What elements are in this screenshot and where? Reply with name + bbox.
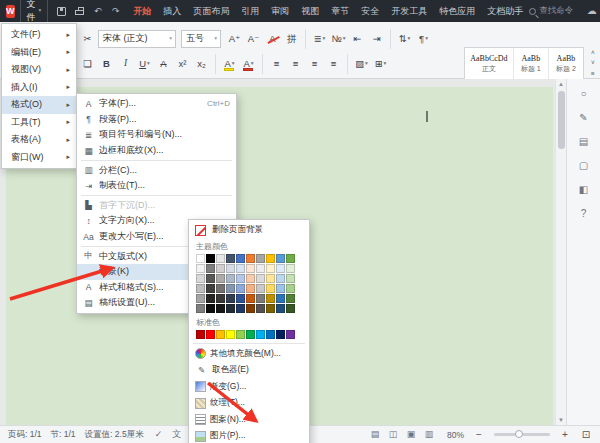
color-swatch[interactable] xyxy=(276,294,285,303)
color-swatch[interactable] xyxy=(206,294,215,303)
background-menu-item-pattern[interactable]: 图案(N)... xyxy=(189,412,309,429)
increase-indent-icon[interactable]: ⇥ xyxy=(368,30,385,48)
color-swatch[interactable] xyxy=(236,284,245,293)
tab-special-apps[interactable]: 特色应用 xyxy=(433,0,481,22)
bullets-icon[interactable]: ≣▾ xyxy=(311,30,328,48)
wps-logo[interactable]: W xyxy=(6,5,15,18)
color-swatch[interactable] xyxy=(226,330,235,339)
color-swatch[interactable] xyxy=(206,254,215,263)
highlight-color-button[interactable]: A▾ xyxy=(221,55,238,73)
color-swatch[interactable] xyxy=(286,264,295,273)
tab-security[interactable]: 安全 xyxy=(355,0,385,22)
align-left-button[interactable]: ≡ xyxy=(268,55,285,73)
tab-developer[interactable]: 开发工具 xyxy=(385,0,433,22)
color-swatch[interactable] xyxy=(276,274,285,283)
align-right-button[interactable]: ≡ xyxy=(306,55,323,73)
file-menu-item-file[interactable]: 文件(F)▸ xyxy=(2,26,76,44)
web-view-icon[interactable]: ▥ xyxy=(423,428,435,442)
color-swatch[interactable] xyxy=(206,284,215,293)
color-swatch[interactable] xyxy=(236,294,245,303)
cut-icon[interactable]: ✂ xyxy=(79,30,96,48)
shapes-pane-icon[interactable]: ▢ xyxy=(575,159,592,172)
style-card-heading-1[interactable]: AaBb 标题 1 xyxy=(514,48,549,79)
save-icon[interactable] xyxy=(56,5,67,17)
file-menu-item-view[interactable]: 视图(V)▸ xyxy=(2,61,76,79)
file-menu-item-format[interactable]: 格式(O)▸ xyxy=(2,96,76,114)
gallery-up-icon[interactable]: ˄ xyxy=(588,48,598,58)
color-swatch[interactable] xyxy=(276,254,285,263)
help-icon[interactable]: ? xyxy=(575,207,592,220)
color-swatch[interactable] xyxy=(276,284,285,293)
show-paragraph-marks-icon[interactable]: ¶▾ xyxy=(415,30,432,48)
color-swatch[interactable] xyxy=(246,274,255,283)
outline-view-icon[interactable]: ▤ xyxy=(369,428,381,442)
color-swatch[interactable] xyxy=(256,274,265,283)
vertical-scrollbar[interactable]: ▲ ▼ xyxy=(555,79,566,425)
redo-icon[interactable]: ↷ xyxy=(110,5,121,17)
color-swatch[interactable] xyxy=(266,330,275,339)
color-swatch[interactable] xyxy=(196,274,205,283)
color-swatch[interactable] xyxy=(236,274,245,283)
color-swatch[interactable] xyxy=(226,274,235,283)
copy-icon[interactable]: ❏ xyxy=(79,55,96,73)
color-swatch[interactable] xyxy=(196,294,205,303)
background-menu-item-gradient[interactable]: 渐变(G)... xyxy=(189,379,309,396)
command-search[interactable]: 查找命令 xyxy=(529,5,573,17)
color-swatch[interactable] xyxy=(216,274,225,283)
color-swatch[interactable] xyxy=(216,330,225,339)
color-swatch[interactable] xyxy=(226,294,235,303)
subscript-button[interactable]: x₂ xyxy=(193,55,210,73)
background-menu-item-delete[interactable]: 删除页面背景 xyxy=(189,222,309,239)
color-swatch[interactable] xyxy=(286,294,295,303)
color-swatch[interactable] xyxy=(206,304,215,313)
background-menu-item-texture[interactable]: 纹理(T)... xyxy=(189,395,309,412)
color-swatch[interactable] xyxy=(196,264,205,273)
tab-insert[interactable]: 插入 xyxy=(157,0,187,22)
color-swatch[interactable] xyxy=(266,264,275,273)
color-swatch[interactable] xyxy=(266,284,275,293)
color-swatch[interactable] xyxy=(196,330,205,339)
color-swatch[interactable] xyxy=(256,330,265,339)
color-swatch[interactable] xyxy=(266,274,275,283)
shading-color-button[interactable]: ▨▾ xyxy=(353,55,370,73)
bold-button[interactable]: B xyxy=(98,55,115,73)
color-swatch[interactable] xyxy=(256,304,265,313)
zoom-level[interactable]: 80% xyxy=(444,430,464,440)
color-swatch[interactable] xyxy=(286,284,295,293)
color-swatch[interactable] xyxy=(206,274,215,283)
color-swatch[interactable] xyxy=(246,330,255,339)
zoom-in-button[interactable]: + xyxy=(559,429,571,440)
background-menu-item-eyedropper[interactable]: ✎取色器(E) xyxy=(189,362,309,379)
file-menu-item-table[interactable]: 表格(A)▸ xyxy=(2,131,76,149)
page-view-icon[interactable]: ▣ xyxy=(405,428,417,442)
undo-icon[interactable]: ↶ xyxy=(92,5,103,17)
decrease-font-size-icon[interactable]: A⁻ xyxy=(245,30,262,48)
file-menu-item-tools[interactable]: 工具(T)▸ xyxy=(2,114,76,132)
tab-home[interactable]: 开始 xyxy=(127,0,157,22)
color-swatch[interactable] xyxy=(286,330,295,339)
increase-font-size-icon[interactable]: A⁺ xyxy=(226,30,243,48)
align-center-button[interactable]: ≡ xyxy=(287,55,304,73)
spell-check-icon[interactable]: ✓ xyxy=(153,428,165,442)
tab-doc-assistant[interactable]: 文档助手 xyxy=(481,0,529,22)
gallery-down-icon[interactable]: ˅ xyxy=(588,59,598,69)
color-swatch[interactable] xyxy=(226,264,235,273)
color-swatch[interactable] xyxy=(236,304,245,313)
tab-review[interactable]: 审阅 xyxy=(265,0,295,22)
justify-button[interactable]: ≡ xyxy=(325,55,342,73)
color-swatch[interactable] xyxy=(246,254,255,263)
fill-color-pane-icon[interactable]: ◧ xyxy=(575,183,592,196)
background-menu-item-picture[interactable]: 图片(P)... xyxy=(189,428,309,443)
color-swatch[interactable] xyxy=(236,254,245,263)
tab-view[interactable]: 视图 xyxy=(295,0,325,22)
tab-page-layout[interactable]: 页面布局 xyxy=(187,0,235,22)
cloud-sync-icon[interactable]: ☁ xyxy=(583,2,600,20)
format-menu-item-paragraph[interactable]: ¶段落(P)... xyxy=(77,112,236,128)
fit-page-icon[interactable]: ⊡ xyxy=(580,429,592,440)
background-menu-item-more-fill-colors[interactable]: 其他填充颜色(M)... xyxy=(189,346,309,363)
color-swatch[interactable] xyxy=(216,284,225,293)
color-swatch[interactable] xyxy=(286,254,295,263)
reading-view-icon[interactable]: ◫ xyxy=(387,428,399,442)
color-swatch[interactable] xyxy=(286,274,295,283)
color-swatch[interactable] xyxy=(286,304,295,313)
